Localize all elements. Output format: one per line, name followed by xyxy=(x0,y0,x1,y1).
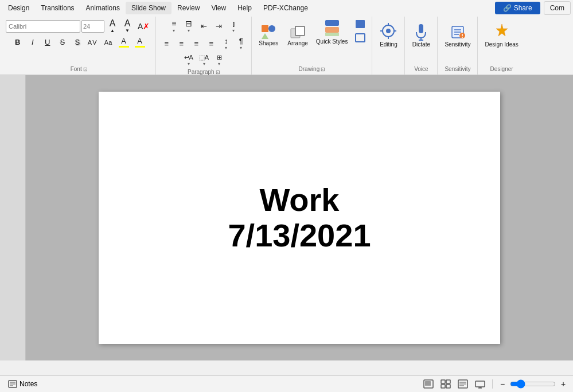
svg-rect-10 xyxy=(356,48,365,56)
text-color-button[interactable]: A xyxy=(116,36,131,49)
voice-group: Dictate Voice xyxy=(405,17,438,75)
font-style-row: B I U S S AV Aa A A xyxy=(11,36,147,49)
strikethrough-button[interactable]: S xyxy=(56,36,69,49)
font-size-input[interactable] xyxy=(81,20,104,33)
shape-fill-btn[interactable] xyxy=(352,18,368,30)
menu-review[interactable]: Review xyxy=(171,2,205,14)
text-direction-row: ↩A▾ ⬚A▾ ⊞▾ xyxy=(182,53,227,68)
decrease-indent-btn[interactable]: ⇤ xyxy=(197,20,211,33)
shape-effects-icon xyxy=(354,46,366,57)
underline-button[interactable]: U xyxy=(41,36,54,49)
dictate-icon xyxy=(414,23,428,41)
normal-view-icon xyxy=(423,379,434,389)
text-color-strip xyxy=(119,46,129,48)
menu-bar: Design Transitions Animations Slide Show… xyxy=(0,0,573,15)
zoom-slider[interactable] xyxy=(510,379,556,389)
quick-styles-icon xyxy=(324,19,340,37)
line-spacing-btn[interactable]: ↕▾ xyxy=(219,36,233,52)
bullets-button[interactable]: ≡▾ xyxy=(167,18,181,34)
main-content: Work 7/13/2021 xyxy=(0,75,573,360)
align-left-btn[interactable]: ≡ xyxy=(159,37,173,50)
align-text-btn[interactable]: ⬚A▾ xyxy=(197,53,211,68)
menu-animations[interactable]: Animations xyxy=(80,2,126,14)
arrange-button[interactable]: Arrange xyxy=(284,18,311,52)
menu-view[interactable]: View xyxy=(205,2,232,14)
list-row: ≡▾ ⊟▾ ⇤ ⇥ ⫿▾ xyxy=(167,18,240,34)
change-case-button[interactable]: Aa xyxy=(102,36,115,49)
drawing-buttons-row: Shapes Arrange xyxy=(255,18,368,58)
design-ideas-button[interactable]: Design Ideas xyxy=(481,18,521,52)
drawing-expand-icon[interactable]: ⊡ xyxy=(321,66,325,72)
numbering-button[interactable]: ⊟▾ xyxy=(182,18,196,34)
svg-rect-7 xyxy=(325,33,339,36)
font-group-label: Font ⊡ xyxy=(71,66,88,73)
reading-view-btn[interactable] xyxy=(455,378,470,390)
presenter-view-btn[interactable] xyxy=(473,378,488,390)
shapes-button[interactable]: Shapes xyxy=(255,18,282,52)
editing-button[interactable]: Editing xyxy=(376,18,401,52)
font-expand-icon[interactable]: ⊡ xyxy=(83,66,88,72)
align-right-btn[interactable]: ≡ xyxy=(189,37,203,50)
editing-group-label xyxy=(388,66,389,73)
text-direction-btn[interactable]: ↩A▾ xyxy=(182,53,196,68)
designer-group-label: Designer xyxy=(490,66,513,73)
dictate-button[interactable]: Dictate xyxy=(408,18,434,52)
decrease-font-btn[interactable]: A▼ xyxy=(120,18,134,34)
font-family-input[interactable] xyxy=(6,20,80,33)
shapes-icon xyxy=(260,24,276,40)
font-selector-row: A▲ A▼ A✗ xyxy=(6,18,152,34)
drawing-group: Shapes Arrange xyxy=(252,17,372,75)
editing-group: Editing xyxy=(372,17,405,75)
slide-sorter-btn[interactable] xyxy=(438,378,453,390)
quick-styles-button[interactable]: Quick Styles xyxy=(314,18,350,48)
shape-outline-btn[interactable] xyxy=(352,32,368,44)
increase-font-btn[interactable]: A▲ xyxy=(106,18,119,34)
shadow-button[interactable]: S xyxy=(71,36,84,49)
slide-area: Work 7/13/2021 xyxy=(26,75,573,360)
menu-pdfxchange[interactable]: PDF-XChange xyxy=(258,2,314,14)
svg-point-26 xyxy=(462,37,463,38)
sensitivity-button[interactable]: Sensitivity xyxy=(441,18,474,52)
align-center-btn[interactable]: ≡ xyxy=(174,37,188,50)
highlight-strip xyxy=(135,46,145,48)
svg-rect-6 xyxy=(325,27,339,33)
sensitivity-group: Sensitivity Sensitivity xyxy=(438,17,478,75)
slide-canvas[interactable]: Work 7/13/2021 xyxy=(99,92,500,344)
svg-rect-9 xyxy=(356,34,365,42)
highlight-button[interactable]: A xyxy=(132,36,147,49)
svg-rect-4 xyxy=(295,26,305,36)
normal-view-btn[interactable] xyxy=(421,378,436,390)
slide-panel xyxy=(0,75,26,360)
clear-formatting-btn[interactable]: A✗ xyxy=(135,20,152,33)
voice-group-label: Voice xyxy=(414,66,428,73)
zoom-out-btn[interactable]: − xyxy=(497,378,508,390)
designer-group: Design Ideas Designer xyxy=(478,17,525,75)
com-button[interactable]: Com xyxy=(544,1,571,15)
shape-effects-btn[interactable] xyxy=(352,45,368,58)
shape-outline-icon xyxy=(354,33,366,43)
char-spacing-button[interactable]: AV xyxy=(85,36,100,49)
svg-rect-17 xyxy=(419,24,423,33)
zoom-in-btn[interactable]: + xyxy=(558,378,568,390)
italic-button[interactable]: I xyxy=(26,36,40,49)
bold-button[interactable]: B xyxy=(11,36,25,49)
share-button[interactable]: 🔗 Share xyxy=(495,2,540,14)
smartart-btn[interactable]: ⊞▾ xyxy=(212,53,226,68)
increase-indent-btn[interactable]: ⇥ xyxy=(212,20,225,33)
editing-icon xyxy=(380,23,396,41)
notes-button[interactable]: Notes xyxy=(5,379,41,389)
design-ideas-icon xyxy=(494,23,510,41)
status-bar: Notes xyxy=(0,375,573,392)
notes-icon xyxy=(8,380,17,388)
menu-help[interactable]: Help xyxy=(232,2,258,14)
menu-design[interactable]: Design xyxy=(2,2,35,14)
paragraph-options-btn[interactable]: ¶▾ xyxy=(234,36,248,52)
columns-button[interactable]: ⫿▾ xyxy=(227,18,240,34)
svg-marker-27 xyxy=(496,24,508,36)
svg-rect-35 xyxy=(446,380,450,383)
menu-slideshow[interactable]: Slide Show xyxy=(126,2,171,14)
menu-transitions[interactable]: Transitions xyxy=(35,2,80,14)
paragraph-expand-icon[interactable]: ⊡ xyxy=(216,69,220,75)
justify-btn[interactable]: ≡ xyxy=(204,37,218,50)
paragraph-group: ≡▾ ⊟▾ ⇤ ⇥ ⫿▾ ≡ ≡ xyxy=(156,17,252,75)
